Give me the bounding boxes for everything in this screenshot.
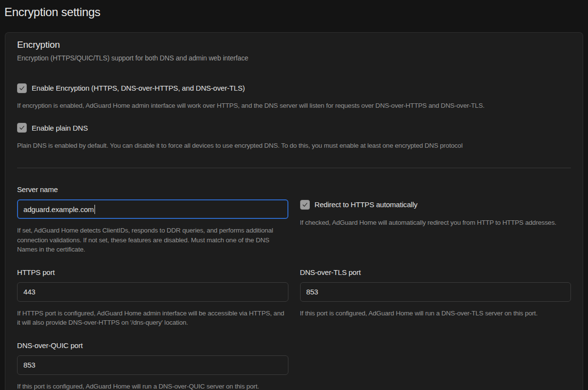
checkbox-checked-icon[interactable] [17,83,27,93]
dns-over-quic-port-field: DNS-over-QUIC port If this port is confi… [17,340,288,390]
https-port-field: HTTPS port If HTTPS port is configured, … [17,267,288,328]
redirect-https-help: If checked, AdGuard Home will automatica… [300,218,571,228]
dns-over-quic-port-help: If this port is configured, AdGuard Home… [17,382,288,390]
server-name-input[interactable]: adguard.example.com [17,199,288,219]
dns-over-tls-port-label: DNS-over-TLS port [300,267,571,277]
checkmark-icon [19,85,25,92]
encryption-card: Encryption Encryption (HTTPS/QUIC/TLS) s… [5,32,583,390]
enable-encryption-help: If encryption is enabled, AdGuard Home a… [17,101,571,111]
dns-over-quic-port-input[interactable] [17,355,288,375]
https-port-help: If HTTPS port is configured, AdGuard Hom… [17,309,288,328]
enable-encryption-label: Enable Encryption (HTTPS, DNS-over-HTTPS… [32,83,245,93]
card-subtitle: Encryption (HTTPS/QUIC/TLS) support for … [17,53,571,63]
redirect-https-field: Redirect to HTTPS automatically If check… [300,184,571,254]
form-row-3: DNS-over-QUIC port If this port is confi… [17,340,571,390]
enable-plain-dns-label: Enable plain DNS [32,123,88,133]
dns-over-tls-port-help: If this port is configured, AdGuard Home… [300,309,571,318]
global-toggles-section: Enable Encryption (HTTPS, DNS-over-HTTPS… [17,83,571,150]
dns-over-tls-port-field: DNS-over-TLS port If this port is config… [300,267,571,328]
text-caret [95,205,95,214]
server-name-help: If set, AdGuard Home detects ClientIDs, … [17,226,288,254]
checkmark-icon [19,124,25,131]
https-port-label: HTTPS port [17,267,288,277]
server-name-label: Server name [17,184,288,195]
form-row-1: Server name adguard.example.com If set, … [17,184,571,254]
dns-over-quic-port-label: DNS-over-QUIC port [17,340,288,351]
checkbox-checked-icon[interactable] [17,123,27,133]
enable-encryption-checkbox[interactable]: Enable Encryption (HTTPS, DNS-over-HTTPS… [17,83,571,93]
checkbox-checked-icon[interactable] [300,200,310,210]
section-divider [17,168,571,168]
enable-plain-dns-checkbox[interactable]: Enable plain DNS [17,123,571,133]
server-name-value: adguard.example.com [23,205,94,214]
enable-plain-dns-help: Plain DNS is enabled by default. You can… [17,141,571,151]
form-row-2: HTTPS port If HTTPS port is configured, … [17,267,571,328]
dns-over-tls-port-input[interactable] [300,282,571,302]
empty-cell [300,340,571,390]
checkmark-icon [302,201,308,208]
redirect-https-label: Redirect to HTTPS automatically [315,199,417,210]
page-title: Encryption settings [4,4,583,20]
redirect-https-checkbox[interactable]: Redirect to HTTPS automatically [300,199,571,210]
https-port-input[interactable] [17,282,288,302]
encryption-settings-page: Encryption settings Encryption Encryptio… [0,0,588,390]
card-header: Encryption Encryption (HTTPS/QUIC/TLS) s… [17,38,571,63]
card-title: Encryption [17,38,571,51]
server-name-field: Server name adguard.example.com If set, … [17,184,288,254]
